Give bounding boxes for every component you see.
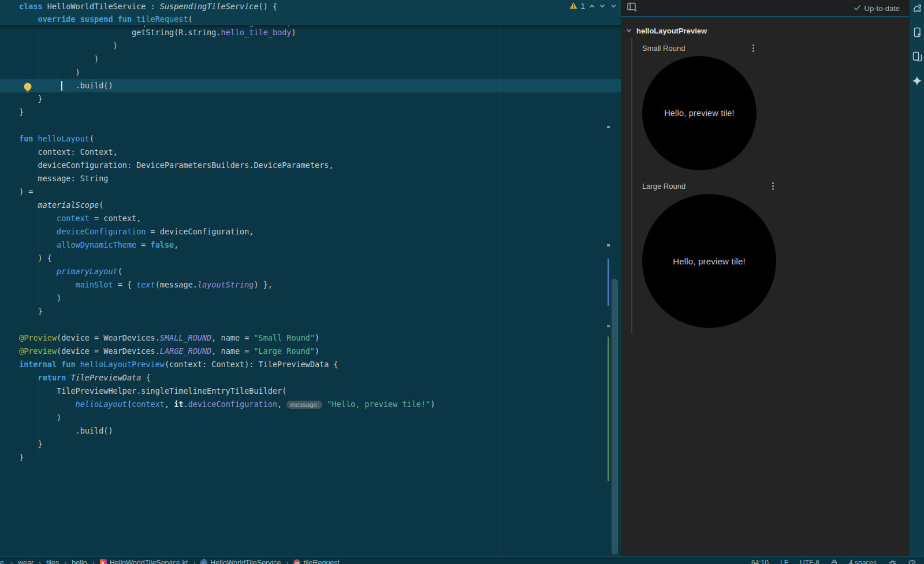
breadcrumb-item[interactable]: hello [72,559,87,564]
lock-icon[interactable] [831,559,837,564]
code-line[interactable]: requestParams.deviceConfiguration, [0,25,520,29]
code-line[interactable]: TilePreviewHelper.singleTimelineEntryTil… [0,384,621,398]
code-token: () { [259,2,278,11]
code-line[interactable]: internal fun helloLayoutPreview(context:… [0,358,621,371]
code-token: ) }, [254,280,273,289]
code-token: "Small Round" [254,333,315,342]
tile-preview-circle: Hello, preview tile! [642,56,757,170]
breadcrumb-item[interactable]: tiles [46,559,59,564]
breadcrumb-item[interactable]: mtileRequest [293,559,340,564]
collapse-chevron-icon[interactable] [625,25,632,36]
preview-section-header[interactable]: helloLayoutPreview [625,25,707,36]
code-line[interactable] [0,119,621,132]
code-line[interactable]: } [0,92,621,106]
code-line[interactable]: context = context, [0,212,621,225]
breadcrumb-item[interactable]: CHelloWorldTileService [200,559,281,564]
gemini-icon[interactable] [911,74,923,87]
intention-bulb-icon[interactable] [22,81,33,96]
code-line[interactable]: .build() [0,424,621,438]
code-line[interactable]: ) = [0,185,621,199]
code-line[interactable] [0,318,621,331]
code-line[interactable]: ) { [0,252,621,265]
partially-scrolled-line: requestParams.deviceConfiguration, [0,25,520,29]
code-line[interactable]: return TilePreviewData { [0,371,621,384]
code-line[interactable]: override suspend fun tileRequest( [0,13,621,25]
editor-scrollbar-thumb[interactable] [612,279,618,555]
code-area[interactable]: getString(R.string.hello_tile_body) ) ) … [0,26,621,464]
breadcrumb-separator: › [286,559,288,564]
breadcrumb-label: wear [18,559,33,564]
code-line[interactable]: .build() [0,79,621,92]
code-line[interactable]: mainSlot = { text(message.layoutString) … [0,278,621,292]
warning-icon [569,1,578,12]
breadcrumb-label: tileRequest [303,559,340,564]
file-encoding[interactable]: UTF-8 [800,559,819,564]
code-line[interactable]: ) [0,411,621,424]
code-token: context [57,214,90,223]
editor-options-chevron-icon[interactable] [610,1,617,12]
preview-card-menu-button[interactable] [770,181,776,192]
code-line[interactable]: } [0,451,621,464]
vcs-added-lines-marker[interactable] [608,337,609,481]
code-line[interactable]: @Preview(device = WearDevices.LARGE_ROUN… [0,345,621,358]
code-line[interactable]: } [0,438,621,451]
code-line[interactable]: primaryLayout( [0,265,621,278]
vcs-changed-lines-marker[interactable] [608,259,609,306]
error-stripe-mark [607,244,610,246]
code-line[interactable]: deviceConfiguration = deviceConfiguratio… [0,225,621,238]
gallery-view-button[interactable] [627,2,638,15]
code-token: ( [127,399,132,409]
code-line[interactable]: context: Context, [0,145,621,159]
code-line[interactable]: helloLayout(context, it.deviceConfigurat… [0,398,621,411]
code-token: (device = WearDevices. [57,333,160,342]
clock-icon[interactable] [908,559,916,564]
code-line[interactable]: } [0,106,621,119]
device-manager-icon[interactable] [911,50,923,63]
code-token: ( [99,200,103,210]
status-bar: e›wear›tiles›hello›KHelloWorldTileServic… [0,556,924,564]
sync-status-label: Up-to-date [865,4,900,13]
code-line[interactable]: allowDynamicTheme = false, [0,238,621,252]
code-line[interactable]: class HelloWorldTileService : Suspending… [0,0,621,13]
code-line[interactable]: materialScope( [0,199,621,212]
code-line[interactable]: ) [0,39,621,53]
code-token: it [174,399,183,409]
previous-problem-button[interactable] [588,1,595,12]
preview-sync-status[interactable]: Up-to-date [854,4,900,13]
preview-card-menu-button[interactable] [750,43,757,54]
code-token: } [19,439,43,449]
code-token: ) [19,413,61,422]
code-editor[interactable]: getString(R.string.hello_tile_body) ) ) … [0,0,621,556]
breadcrumb-item[interactable]: KHelloWorldTileService.kt [100,559,188,564]
sticky-lines-header[interactable]: class HelloWorldTileService : Suspending… [0,0,621,25]
breadcrumb-separator: › [10,559,13,564]
gradle-icon[interactable] [911,2,923,14]
plug-icon[interactable] [888,559,897,564]
code-token: ( [118,267,122,276]
breadcrumb-item[interactable]: wear [18,559,33,564]
code-line[interactable]: } [0,305,621,318]
code-line[interactable]: message: String [0,172,621,185]
inspections-widget[interactable]: 1 [569,1,606,12]
breadcrumb-clipped-item: e [0,559,5,564]
breadcrumb-separator: › [92,559,95,564]
preview-card-small-round: Small Round Hello, preview tile! [642,40,757,170]
code-token: (context: Context): TilePreviewData { [165,360,338,369]
running-devices-icon[interactable] [911,26,923,39]
code-line[interactable]: @Preview(device = WearDevices.SMALL_ROUN… [0,331,621,345]
line-separator[interactable]: LF [780,559,788,564]
code-line[interactable]: ) [0,66,621,79]
breadcrumb-label: HelloWorldTileService [210,559,281,564]
code-line[interactable]: ) [0,292,621,305]
code-token [19,399,76,409]
code-line[interactable]: deviceConfiguration: DeviceParametersBui… [0,159,621,172]
caret-position[interactable]: 64:10 [751,559,769,564]
code-token: , name = [211,333,254,342]
code-line[interactable]: fun helloLayout( [0,132,621,145]
indent-config[interactable]: 4 spaces [849,559,877,564]
code-token: ) = [19,187,33,196]
tile-preview-text: Hello, preview tile! [673,256,746,266]
code-line[interactable]: ) [0,53,621,66]
next-problem-button[interactable] [599,1,606,12]
text-caret [61,81,62,91]
